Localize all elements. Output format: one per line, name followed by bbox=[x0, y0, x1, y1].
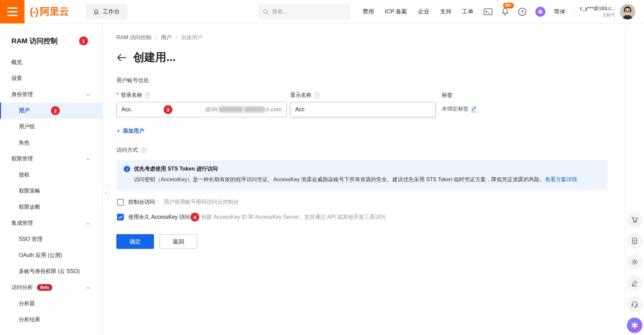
sidebar-item-sso[interactable]: SSO 管理 bbox=[0, 231, 102, 247]
info-title: 优先考虑使用 STS Token 进行访问 bbox=[134, 165, 218, 173]
sidebar-item-policies[interactable]: 权限策略 bbox=[0, 183, 102, 199]
back-button[interactable]: 返回 bbox=[160, 234, 197, 249]
login-domain-suffix: @34 n.com bbox=[205, 106, 282, 113]
sidebar-item-overview[interactable]: 概览 bbox=[0, 54, 102, 70]
workbench-label: 工作台 bbox=[103, 8, 120, 15]
sidebar-group-access-analysis[interactable]: 访问分析 Beta bbox=[0, 279, 102, 295]
edit-icon[interactable] bbox=[627, 275, 642, 291]
header-icons: 99+ ? bbox=[484, 7, 545, 17]
nav-support[interactable]: 支持 bbox=[440, 8, 451, 15]
display-name-input[interactable]: Acc bbox=[290, 102, 436, 117]
accesskey-label[interactable]: 使用永久 AccessKey 访问 bbox=[128, 214, 190, 221]
required-asterisk: * bbox=[116, 92, 118, 98]
info-body: 访问密钥（AccessKey）是一种长期有效的程序访问凭证。AccessKey … bbox=[134, 175, 600, 184]
chevron-up-icon bbox=[86, 157, 90, 163]
header-divider bbox=[574, 5, 574, 19]
avatar[interactable] bbox=[620, 4, 635, 19]
main-content: RAM 访问控制 / 用户 / 创建用户 创建用... 用户账号信息 * 登录名… bbox=[103, 23, 625, 335]
account-role: 主账号 bbox=[580, 12, 615, 18]
accesskey-row: 使用永久 AccessKey 访问 4 创建 AccessKey ID 和 Ac… bbox=[117, 213, 625, 221]
headset-icon[interactable] bbox=[627, 296, 642, 312]
sidebar-collapse-handle[interactable]: ‹ bbox=[103, 185, 109, 200]
nav-billing[interactable]: 费用 bbox=[363, 8, 374, 15]
annotation-mark-3: 3 bbox=[164, 105, 172, 114]
hamburger-menu-icon[interactable] bbox=[0, 0, 24, 23]
sidebar-item-roles[interactable]: 角色 bbox=[0, 135, 102, 151]
page-title-row: 创建用... bbox=[116, 50, 625, 65]
console-access-desc: 用户使用账号密码访问云控制台 bbox=[164, 199, 239, 206]
language-switch[interactable]: 简体 bbox=[554, 8, 566, 15]
nav-icp[interactable]: ICP 备案 bbox=[385, 8, 407, 15]
notification-badge: 99+ bbox=[503, 3, 514, 8]
aliyun-ram-console: (-) 阿里云 工作台 费用 ICP 备案 企业 支持 工单 bbox=[0, 0, 644, 335]
aliyun-logo[interactable]: (-) 阿里云 bbox=[30, 5, 69, 18]
display-name-field: 显示名称 ? Acc bbox=[290, 91, 436, 117]
help-icon[interactable]: ? bbox=[314, 92, 320, 98]
svg-text:APP: APP bbox=[632, 240, 637, 242]
accesskey-checkbox[interactable] bbox=[117, 214, 124, 220]
sidebar-item-user-groups[interactable]: 用户组 bbox=[0, 119, 102, 135]
ai-assistant-icon[interactable] bbox=[535, 7, 545, 17]
chevron-up-icon bbox=[86, 285, 90, 291]
sidebar-item-grants[interactable]: 授权 bbox=[0, 167, 102, 183]
help-icon[interactable]: ? bbox=[518, 7, 527, 16]
beta-badge: Beta bbox=[37, 284, 52, 291]
console-access-row: 控制台访问 用户使用账号密码访问云控制台 bbox=[117, 199, 625, 206]
global-search[interactable] bbox=[258, 4, 351, 19]
info-icon: i bbox=[124, 166, 130, 172]
sidebar-title-row: RAM 访问控制 1 bbox=[0, 23, 102, 54]
notification-bell-icon[interactable]: 99+ bbox=[501, 7, 509, 16]
sidebar-item-users[interactable]: 用户 2 bbox=[0, 103, 102, 119]
confirm-button[interactable]: 确定 bbox=[116, 234, 154, 249]
breadcrumb: RAM 访问控制 / 用户 / 创建用户 bbox=[116, 23, 625, 41]
console-access-label[interactable]: 控制台访问 bbox=[128, 199, 155, 206]
tags-value: 未绑定标签 bbox=[442, 106, 469, 113]
redacted-block bbox=[244, 107, 265, 113]
help-icon[interactable]: ? bbox=[141, 147, 146, 153]
app-icon[interactable]: APP bbox=[627, 233, 642, 249]
display-name-label: 显示名称 bbox=[290, 92, 312, 99]
breadcrumb-create-user: 创建用户 bbox=[181, 34, 203, 41]
search-input[interactable] bbox=[272, 9, 339, 15]
annotation-mark-4: 4 bbox=[191, 213, 199, 221]
breadcrumb-ram[interactable]: RAM 访问控制 bbox=[116, 34, 151, 41]
back-arrow-icon[interactable] bbox=[116, 53, 126, 62]
account-menu[interactable]: c_y***@163.c... 主账号 bbox=[580, 5, 615, 18]
search-icon bbox=[263, 9, 269, 15]
annotation-mark-1: 1 bbox=[79, 37, 88, 45]
svg-text:?: ? bbox=[521, 9, 524, 14]
account-name: c_y***@163.c... bbox=[580, 5, 615, 11]
logo-text: 阿里云 bbox=[40, 5, 69, 18]
sidebar-group-integration[interactable]: 集成管理 bbox=[0, 215, 102, 231]
sidebar: RAM 访问控制 1 概览 设置 身份管理 用户 2 用户组 角色 权限管理 授… bbox=[0, 23, 103, 335]
sidebar-item-analyzer[interactable]: 分析器 bbox=[0, 295, 102, 312]
help-icon[interactable]: ? bbox=[145, 92, 150, 98]
sidebar-item-analysis-results[interactable]: 分析结果 bbox=[0, 312, 102, 328]
console-access-checkbox[interactable] bbox=[117, 199, 124, 206]
sidebar-group-permissions[interactable]: 权限管理 bbox=[0, 151, 102, 167]
cloudshell-icon[interactable] bbox=[484, 8, 492, 16]
sidebar-group-identity[interactable]: 身份管理 bbox=[0, 86, 102, 103]
ai-assistant-icon[interactable] bbox=[627, 318, 642, 333]
sidebar-item-settings[interactable]: 设置 bbox=[0, 70, 102, 86]
workbench-button[interactable]: 工作台 bbox=[86, 4, 127, 19]
accesskey-desc: 创建 AccessKey ID 和 AccessKey Secret，支持通过 … bbox=[201, 214, 385, 221]
login-name-label: 登录名称 bbox=[121, 92, 142, 99]
annotation-mark-2: 2 bbox=[51, 106, 60, 115]
sidebar-item-cloudsso[interactable]: 多账号身份权限 (云 SSO) bbox=[0, 263, 102, 279]
account-fields: * 登录名称 ? Acc 3 @34 n.com 显示名 bbox=[116, 91, 625, 117]
breadcrumb-users[interactable]: 用户 bbox=[161, 34, 171, 41]
login-name-field: * 登录名称 ? Acc 3 @34 n.com bbox=[116, 91, 287, 117]
form-actions: 确定 返回 bbox=[116, 234, 625, 249]
add-user-label: 添加用户 bbox=[123, 128, 144, 135]
gear-icon[interactable] bbox=[627, 254, 642, 270]
cart-icon[interactable] bbox=[627, 212, 642, 227]
nav-enterprise[interactable]: 企业 bbox=[418, 8, 429, 15]
sidebar-item-diagnosis[interactable]: 权限诊断 bbox=[0, 199, 102, 215]
sidebar-item-oauth[interactable]: OAuth 应用 (公测) bbox=[0, 247, 102, 263]
login-name-input[interactable]: Acc 3 @34 n.com bbox=[116, 102, 287, 117]
add-user-button[interactable]: + 添加用户 bbox=[116, 127, 144, 135]
nav-ticket[interactable]: 工单 bbox=[462, 8, 474, 15]
edit-tags-icon[interactable] bbox=[471, 106, 477, 112]
view-solution-link[interactable]: 查看方案详情 bbox=[545, 177, 577, 182]
